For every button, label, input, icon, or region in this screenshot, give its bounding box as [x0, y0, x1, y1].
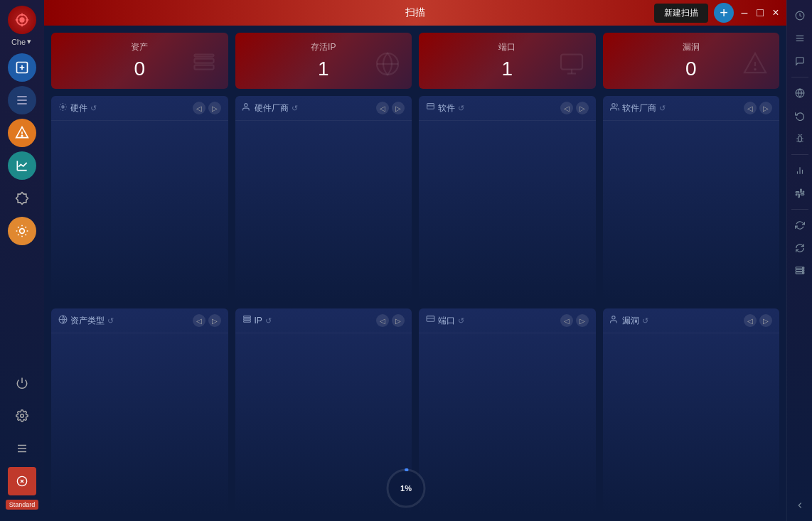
panel-next-1[interactable]: ▷	[392, 102, 405, 114]
stat-value-1: 1	[318, 58, 329, 80]
right-bar-icon[interactable]	[790, 161, 810, 181]
bottom-panel-nav-1: ◁ ▷	[376, 314, 405, 327]
panel-next-3[interactable]: ▷	[759, 102, 772, 114]
bottom-panel-icon-3	[610, 315, 619, 326]
new-scan-button[interactable]: 新建扫描	[654, 4, 708, 23]
sidebar-item-plugin[interactable]	[8, 184, 36, 213]
bottom-panel-refresh-icon-1[interactable]: ↺	[265, 316, 272, 326]
panel-header-3: 软件厂商 ↺ ◁ ▷	[603, 96, 780, 121]
stat-icon-0	[191, 51, 217, 82]
svg-point-57	[802, 270, 803, 271]
panel-next-0[interactable]: ▷	[208, 102, 221, 114]
panel-prev-2[interactable]: ◁	[560, 102, 573, 114]
bottom-panel-refresh-icon-2[interactable]: ↺	[458, 316, 464, 326]
close-button[interactable]: ×	[771, 8, 781, 18]
panel-prev-0[interactable]: ◁	[193, 102, 205, 114]
top-panel-2: 软件 ↺ ◁ ▷	[419, 96, 596, 301]
app-logo[interactable]	[8, 6, 36, 34]
bottom-panel-icon-0	[58, 315, 68, 326]
sidebar-item-chart[interactable]	[8, 151, 36, 180]
bottom-panel-refresh-icon-3[interactable]: ↺	[642, 316, 648, 326]
panel-prev-3[interactable]: ◁	[744, 102, 757, 114]
top-panels-row: 硬件 ↺ ◁ ▷ 硬件厂商 ↺ ◁ ▷	[51, 96, 779, 301]
sidebar-item-list[interactable]	[8, 86, 36, 114]
bottom-panel-prev-2[interactable]: ◁	[560, 314, 573, 327]
right-list-icon[interactable]	[790, 28, 810, 48]
stat-card-1: 存活IP 1	[235, 33, 412, 89]
panel-title-group-0: 硬件 ↺	[58, 102, 97, 114]
left-sidebar: Che ▾	[0, 0, 44, 521]
panel-next-2[interactable]: ▷	[576, 102, 589, 114]
add-button[interactable]: +	[714, 3, 734, 23]
sidebar-item-power[interactable]	[8, 369, 36, 397]
svg-point-58	[802, 272, 803, 273]
bottom-panel-prev-1[interactable]: ◁	[376, 314, 389, 327]
bottom-panel-body-3	[603, 333, 780, 514]
svg-point-13	[20, 229, 25, 234]
panel-refresh-icon-0[interactable]: ↺	[90, 104, 97, 113]
panel-title-text-1: 硬件厂商	[255, 102, 289, 114]
maximize-button[interactable]: □	[755, 8, 765, 18]
right-sync-icon[interactable]	[790, 238, 810, 258]
bottom-panel-next-1[interactable]: ▷	[392, 314, 405, 327]
bottom-panel-3: 漏洞 ↺ ◁ ▷	[603, 308, 780, 514]
titlebar-controls: 新建扫描 + – □ ×	[654, 3, 781, 23]
bottom-panel-prev-0[interactable]: ◁	[193, 314, 205, 327]
right-chat-icon[interactable]	[790, 51, 810, 71]
right-collapse-button[interactable]	[790, 495, 810, 515]
bottom-panel-title-group-1: IP ↺	[242, 315, 272, 326]
sidebar-item-standard[interactable]	[8, 467, 36, 495]
bottom-panel-0: 资产类型 ↺ ◁ ▷	[51, 308, 228, 514]
sidebar-item-scan[interactable]	[8, 53, 36, 82]
panel-body-1	[235, 121, 412, 301]
bottom-panel-refresh-icon-0[interactable]: ↺	[107, 316, 114, 326]
right-ip-icon[interactable]	[790, 83, 810, 103]
sidebar-item-settings[interactable]	[8, 402, 36, 430]
minimize-button[interactable]: –	[739, 8, 749, 18]
right-storage-icon[interactable]	[790, 261, 810, 281]
right-separator-3	[791, 209, 808, 210]
right-clock-icon[interactable]	[790, 6, 810, 26]
user-menu[interactable]: Che ▾	[11, 37, 33, 46]
right-scan-icon[interactable]	[790, 106, 810, 126]
top-panel-1: 硬件厂商 ↺ ◁ ▷	[235, 96, 412, 301]
panel-nav-3: ◁ ▷	[744, 102, 772, 114]
bottom-panel-next-3[interactable]: ▷	[759, 314, 772, 327]
panel-nav-2: ◁ ▷	[560, 102, 589, 114]
panel-prev-1[interactable]: ◁	[376, 102, 389, 114]
panel-header-0: 硬件 ↺ ◁ ▷	[51, 96, 228, 121]
main-content: 扫描 新建扫描 + – □ × 资产 0 存活IP 1 端口 1 漏洞 0	[44, 0, 786, 521]
stats-row: 资产 0 存活IP 1 端口 1 漏洞 0	[51, 33, 779, 89]
panel-title-text-0: 硬件	[70, 102, 87, 114]
right-plugin-icon[interactable]	[790, 183, 810, 203]
panel-refresh-icon-1[interactable]: ↺	[292, 104, 298, 113]
panel-title-group-3: 软件厂商 ↺	[610, 102, 666, 114]
bottom-panel-icon-1	[242, 315, 252, 326]
svg-rect-39	[243, 321, 250, 322]
bottom-panel-next-2[interactable]: ▷	[576, 314, 589, 327]
sidebar-item-menu[interactable]	[8, 434, 36, 463]
sidebar-item-ai[interactable]	[8, 217, 36, 245]
stat-label-2: 端口	[498, 41, 515, 53]
bottom-panel-header-0: 资产类型 ↺ ◁ ▷	[51, 308, 228, 333]
standard-tag: Standard	[6, 500, 39, 510]
bottom-panel-title-text-1: IP	[255, 316, 262, 326]
svg-point-14	[21, 414, 24, 418]
panel-refresh-icon-2[interactable]: ↺	[458, 104, 464, 113]
bottom-panel-prev-3[interactable]: ◁	[744, 314, 757, 327]
svg-rect-40	[427, 316, 434, 322]
panel-refresh-icon-3[interactable]: ↺	[659, 104, 666, 113]
panel-body-0	[51, 121, 228, 301]
bottom-panel-next-0[interactable]: ▷	[208, 314, 221, 327]
panel-nav-0: ◁ ▷	[193, 102, 221, 114]
right-refresh-icon[interactable]	[790, 215, 810, 235]
svg-point-42	[611, 316, 614, 319]
svg-point-30	[62, 106, 64, 108]
panel-nav-1: ◁ ▷	[376, 102, 405, 114]
svg-rect-37	[243, 316, 250, 318]
bottom-panel-header-1: IP ↺ ◁ ▷	[235, 308, 412, 333]
stat-label-0: 资产	[131, 41, 148, 53]
right-bug-icon[interactable]	[790, 129, 810, 149]
panel-icon-0	[58, 102, 68, 114]
sidebar-item-alert[interactable]	[8, 119, 36, 147]
